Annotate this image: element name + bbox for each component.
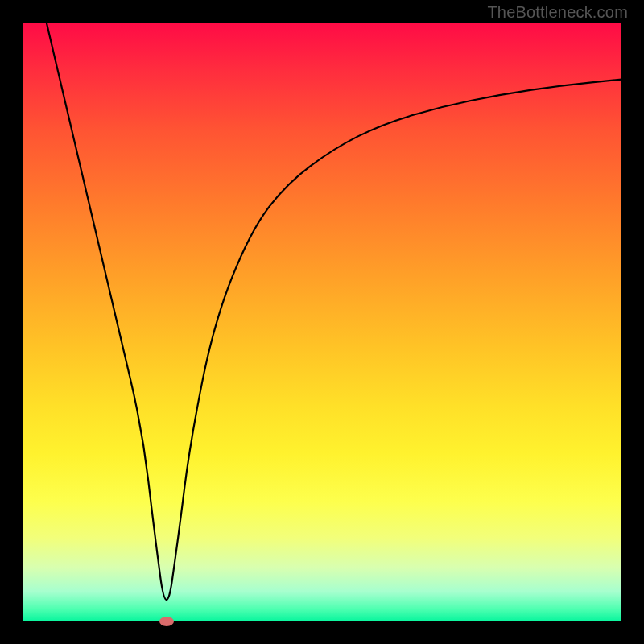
chart-frame (23, 23, 621, 621)
chart-curve-svg (23, 23, 621, 621)
optimum-marker-dot (159, 617, 174, 626)
watermark-text: TheBottleneck.com (487, 3, 628, 22)
bottleneck-curve-line (47, 23, 621, 600)
